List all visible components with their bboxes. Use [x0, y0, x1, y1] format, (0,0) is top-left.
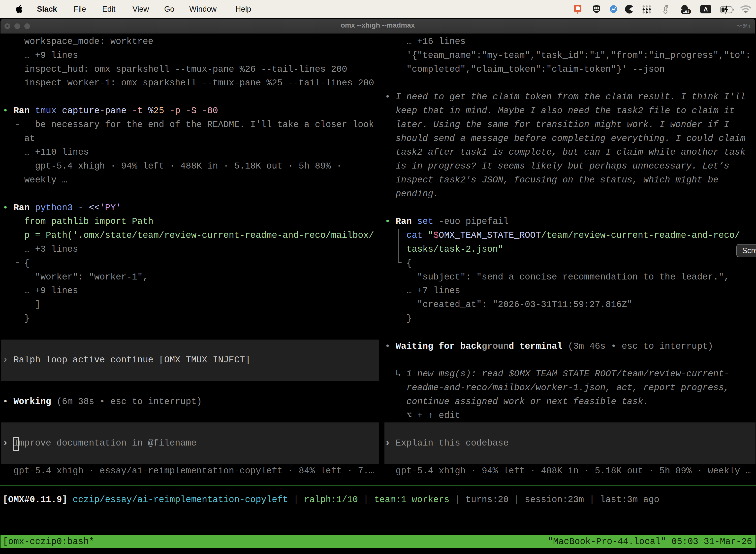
svg-text:..61: ..61	[683, 9, 689, 14]
svg-text:A: A	[704, 6, 708, 13]
